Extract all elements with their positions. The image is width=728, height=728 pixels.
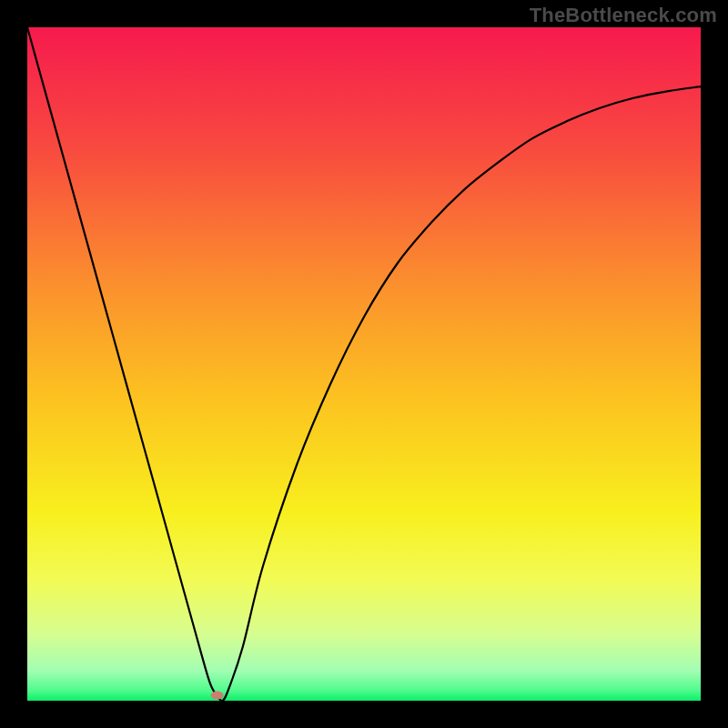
- chart-frame: TheBottleneck.com: [0, 0, 728, 728]
- watermark-text: TheBottleneck.com: [530, 4, 717, 27]
- optimum-marker: [211, 692, 224, 700]
- plot-svg: [27, 27, 701, 701]
- gradient-bg: [27, 27, 701, 701]
